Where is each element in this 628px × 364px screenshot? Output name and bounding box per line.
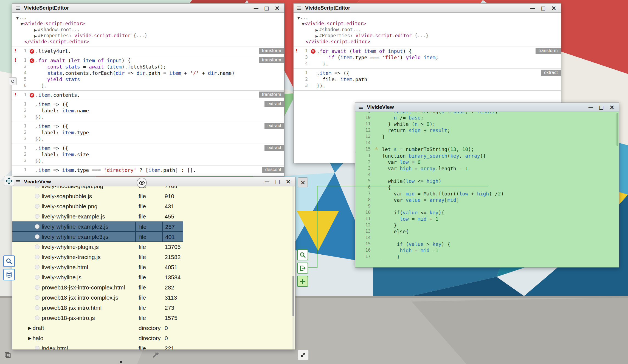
dom-tree-node[interactable]: </vivide-script-editor> bbox=[12, 39, 284, 45]
file-row[interactable]: lively-whyline.htmlfile4051 bbox=[12, 262, 295, 272]
dom-tree-node[interactable]: ▼... bbox=[12, 15, 284, 21]
file-row[interactable]: lively-whyline.jsfile13584 bbox=[12, 272, 295, 282]
add-view-button[interactable]: + bbox=[297, 276, 308, 287]
code-line[interactable]: 4 bbox=[355, 172, 619, 178]
code-line[interactable]: 3}). bbox=[12, 158, 284, 164]
code-line[interactable]: !1×.lively4url. bbox=[12, 48, 284, 55]
code-line[interactable]: 10 if(value <= key){ bbox=[355, 210, 619, 216]
code-line[interactable]: 13 else{ bbox=[355, 229, 619, 235]
file-row[interactable]: lively-whyline-example.jsfile455 bbox=[12, 211, 295, 221]
code-line[interactable]: 15 if (value > key) { bbox=[355, 241, 619, 248]
code-line[interactable]: 2 label: item.size bbox=[12, 152, 284, 158]
titlebar[interactable]: ≡ VivideScriptEditor — □ × bbox=[12, 4, 284, 13]
halo-resize-dot[interactable] bbox=[120, 361, 122, 363]
code-line[interactable]: 11 } while (n > 0); bbox=[355, 121, 619, 127]
scrollbar-track[interactable] bbox=[292, 186, 294, 349]
dom-tree-node[interactable]: ▼<vivide-script-editor> bbox=[12, 21, 284, 27]
code-line[interactable]: 3}). bbox=[12, 136, 284, 142]
code-line[interactable]: 3 const stats = await (item).fetchStats(… bbox=[12, 64, 284, 70]
menu-icon[interactable]: ≡ bbox=[296, 5, 302, 11]
code-line[interactable]: 12 } bbox=[355, 222, 619, 229]
code-line[interactable]: 7 var mid = Math.floor((low + high) /2) bbox=[355, 191, 619, 197]
maximize-button[interactable]: □ bbox=[541, 5, 546, 11]
minimize-button[interactable]: — bbox=[588, 105, 593, 110]
resize-button[interactable] bbox=[298, 350, 309, 360]
code-line[interactable]: 1function binary_search(key, array){ bbox=[355, 153, 619, 159]
maximize-button[interactable]: □ bbox=[599, 105, 604, 110]
file-row[interactable]: lively-whyline-example3.jsfile401 bbox=[12, 232, 295, 242]
search-button[interactable] bbox=[3, 255, 15, 267]
code-line[interactable]: !1×.for await (let item of input) { bbox=[294, 48, 561, 55]
titlebar[interactable]: ≡ VivideView — □ × bbox=[355, 103, 619, 112]
file-row[interactable]: index.htmlfile221 bbox=[12, 343, 295, 349]
code-line[interactable]: 10 n /= base; bbox=[355, 115, 619, 121]
file-row[interactable]: lively-whyline-tracing.jsfile21582 bbox=[12, 252, 295, 262]
code-line[interactable]: 4 stats.contents.forEach(dir => dir.path… bbox=[12, 70, 284, 76]
close-button[interactable]: × bbox=[275, 5, 280, 11]
close-button[interactable]: × bbox=[609, 104, 615, 110]
maximize-button[interactable]: □ bbox=[275, 179, 280, 184]
eye-button[interactable] bbox=[137, 178, 147, 188]
code-line[interactable]: 2 label: item.type bbox=[12, 130, 284, 136]
copy-button[interactable] bbox=[3, 351, 12, 359]
move-handle[interactable] bbox=[4, 176, 14, 186]
titlebar[interactable]: ≡ VivideScriptEditor — □ × bbox=[294, 4, 561, 13]
dom-tree-node[interactable]: ▶ #shadow-root... bbox=[12, 27, 284, 33]
code-line[interactable]: 12 return sign + result; bbox=[355, 127, 619, 134]
halo-close-button[interactable]: × bbox=[298, 177, 308, 187]
code-line[interactable]: 9 result = String(n % base) + result; bbox=[355, 112, 619, 115]
dom-tree-node[interactable]: </vivide-script-editor> bbox=[294, 39, 561, 45]
code-line[interactable]: 4 }. bbox=[294, 61, 561, 67]
menu-icon[interactable]: ≡ bbox=[358, 104, 364, 110]
minimize-button[interactable]: — bbox=[530, 5, 535, 11]
dom-tree-node[interactable]: ▶ #shadow-root... bbox=[294, 27, 561, 33]
code-line[interactable]: 15⚠let s = numberToString(13, 10); bbox=[355, 146, 619, 153]
code-line[interactable]: 14 bbox=[355, 140, 619, 146]
code-line[interactable]: 13} bbox=[355, 134, 619, 140]
file-row[interactable]: proweb18-jsx-intro-complex.jsfile3113 bbox=[12, 292, 295, 303]
scrollbar-thumb[interactable] bbox=[292, 276, 294, 316]
titlebar[interactable]: ≡ VivideView — □ × bbox=[12, 177, 295, 186]
code-line[interactable]: 2 label: item.name bbox=[12, 108, 284, 114]
file-row[interactable]: proweb18-jsx-intro.htmlfile273 bbox=[12, 303, 295, 313]
code-line[interactable]: 5 yield stats bbox=[12, 76, 284, 83]
code-line[interactable]: 1.item => item.type === 'directory' ? [i… bbox=[12, 167, 284, 174]
code-line[interactable]: 3 var high = array.length - 1 bbox=[355, 166, 619, 172]
file-row[interactable]: proweb18-jsx-intro.jsfile1575 bbox=[12, 313, 295, 323]
code-line[interactable]: 9 bbox=[355, 203, 619, 210]
undo-button[interactable]: ↺ bbox=[9, 77, 17, 85]
dom-tree-node[interactable]: ▶ #Properties: vivide-script-editor {...… bbox=[294, 33, 561, 39]
code-line[interactable]: 8 var value = array[mid] bbox=[355, 197, 619, 203]
dom-tree-node[interactable]: ▼<vivide-script-editor> bbox=[294, 21, 561, 27]
minimize-button[interactable]: — bbox=[264, 179, 270, 184]
code-line[interactable]: 1.item => ({ bbox=[12, 101, 284, 108]
code-line[interactable]: 5 while(low <= high) bbox=[355, 178, 619, 184]
close-button[interactable]: × bbox=[286, 178, 291, 185]
code-line[interactable]: 14 bbox=[355, 235, 619, 241]
file-row[interactable]: lively-whyline-plugin.jsfile13705 bbox=[12, 242, 295, 252]
code-line[interactable]: 17 } bbox=[355, 254, 619, 260]
code-line[interactable]: 6 { bbox=[355, 184, 619, 191]
menu-icon[interactable]: ≡ bbox=[15, 178, 21, 185]
code-line[interactable]: 3}). bbox=[12, 114, 284, 120]
configure-button[interactable] bbox=[151, 351, 160, 359]
file-row[interactable]: ▶halodirectory0 bbox=[12, 333, 295, 343]
minimize-button[interactable]: — bbox=[254, 5, 259, 11]
data-source-button[interactable] bbox=[3, 269, 15, 280]
code-line[interactable]: 1.item => ({ bbox=[294, 70, 561, 76]
code-line[interactable]: 11 low = mid + 1 bbox=[355, 216, 619, 222]
menu-icon[interactable]: ≡ bbox=[15, 5, 21, 11]
scrollbar-thumb[interactable] bbox=[616, 113, 618, 146]
export-target-button[interactable] bbox=[297, 263, 308, 274]
dom-tree-node[interactable]: ▼... bbox=[294, 15, 561, 21]
file-row[interactable]: ▶draftdirectory0 bbox=[12, 323, 295, 333]
code-line[interactable]: !1×.item.contents. bbox=[12, 92, 284, 98]
maximize-button[interactable]: □ bbox=[264, 5, 269, 11]
dom-tree-node[interactable]: ▶ #Properties: vivide-script-editor {...… bbox=[12, 33, 284, 39]
code-line[interactable]: 1.item => ({ bbox=[12, 145, 284, 152]
code-line[interactable]: 1.item => ({ bbox=[12, 123, 284, 130]
code-line[interactable]: !1×.for await (let item of input) { bbox=[12, 58, 284, 64]
file-row[interactable]: proweb18-jsx-intro-complex.htmlfile282 bbox=[12, 282, 295, 292]
file-row[interactable]: lively-soapbubble.pngfile431 bbox=[12, 201, 295, 211]
code-line[interactable]: 3 if (item.type === 'file') yield item; bbox=[294, 55, 561, 61]
